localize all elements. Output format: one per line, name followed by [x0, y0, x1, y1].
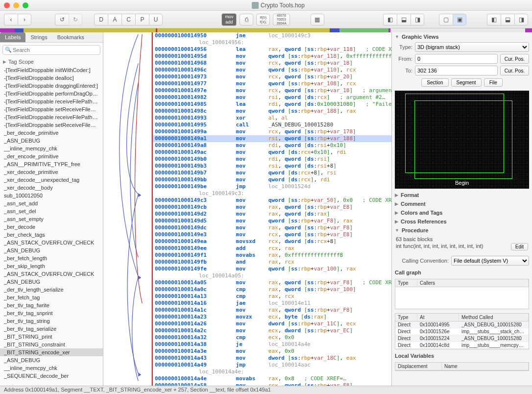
asm-line[interactable]: 0000000100014a4e movabs rax, 0x8 ; CODE … — [153, 375, 391, 382]
view-b-icon[interactable]: ▣ — [453, 14, 466, 25]
asm-line[interactable]: 0000000100014a2c mov ecx, dword [ss:rbp+… — [153, 327, 391, 334]
symbol-row[interactable]: _ASN__PRIMITIVE_TYPE_free — [0, 160, 103, 168]
symbol-row[interactable]: _ASN_DEBUG — [0, 278, 103, 286]
from-curpos-button[interactable]: Cur. Pos. — [500, 54, 529, 64]
symbol-row[interactable]: -[TextFieldDroppable receiveFilePathOb… — [0, 113, 103, 121]
asm-line[interactable]: 00000001000149bb mov qword [ds:rcx], rdi — [153, 176, 391, 183]
symbol-row[interactable]: _ASN_DEBUG — [0, 356, 103, 364]
asm-line[interactable]: 0000000100014995 call _ASN_DEBUG_1000152… — [153, 122, 391, 128]
layout-2-icon[interactable]: ⬓ — [501, 14, 514, 25]
symbol-row[interactable]: _ASN_STACK_OVERFLOW_CHECK — [0, 270, 103, 278]
symbol-row[interactable]: _SEQUENCE_decode_ber — [0, 372, 103, 380]
asm-line[interactable]: 00000001000149cb mov rax, qword [ss:rbp+… — [153, 204, 391, 211]
asm-line[interactable]: 000000010001499a mov rcx, qword [ss:rbp+… — [153, 128, 391, 135]
cc-select[interactable]: File default (System V) — [451, 256, 529, 266]
asm-line[interactable]: 00000001000149c3 mov qword [ss:rbp+var_5… — [153, 197, 391, 204]
tab-bookmarks[interactable]: Bookmarks — [52, 32, 89, 42]
symbol-list[interactable]: -[TextFieldDroppable initWithCoder:]-[Te… — [0, 66, 103, 386]
asm-line[interactable]: 00000001000149d5 mov qword [ss:rbp+var_F… — [153, 218, 391, 224]
asm-line[interactable]: 000000010001495d mov qword [ss:rbp+var_1… — [153, 53, 391, 60]
print-icon[interactable]: ⎙ — [240, 14, 253, 25]
forward-button[interactable]: › — [18, 14, 31, 25]
symbol-row[interactable]: _ber_decode — [0, 223, 103, 231]
asm-line[interactable]: loc_100014a4e: — [153, 369, 391, 375]
symbol-row[interactable]: _ber_tlv_tag_fwrite — [0, 301, 103, 309]
mode-P-button[interactable]: P — [135, 14, 149, 25]
panel-left-icon[interactable]: ◧ — [383, 14, 397, 25]
symbol-row[interactable]: _ber_check_tags — [0, 231, 103, 239]
symbol-row[interactable]: _der_tlv_length_serialize — [0, 286, 103, 294]
symbol-row[interactable]: _ber_fetch_tag — [0, 294, 103, 301]
asm-line[interactable]: 000000010001496c mov qword [ss:rbp+var_1… — [153, 67, 391, 74]
symbol-row[interactable]: _ber_skip_length — [0, 262, 103, 270]
mov-add-button[interactable]: movadd — [221, 13, 237, 26]
symbol-row[interactable]: -[TextFieldDroppable setReceiveFilePat… — [0, 121, 103, 129]
asm-line[interactable]: 00000001000149f1 movabs rax, 0xfffffffff… — [153, 252, 391, 259]
symbol-row[interactable]: _ber_tlv_tag_string — [0, 317, 103, 325]
symbol-row[interactable]: _asn_set_del — [0, 207, 103, 215]
layout-1-icon[interactable]: ◧ — [487, 14, 501, 25]
back-button[interactable]: ‹ — [4, 14, 18, 25]
mode-U-button[interactable]: U — [149, 14, 163, 25]
symbol-row[interactable]: _BIT_STRING_print — [0, 333, 103, 341]
symbol-row[interactable]: _asn_set_add — [0, 199, 103, 207]
panel-comment[interactable]: ▶Comment — [392, 199, 532, 208]
asm-line[interactable]: 0000000100014a38 je loc_100014a4e — [153, 341, 391, 348]
panel-format[interactable]: ▶Format — [392, 191, 532, 199]
asm-line[interactable]: 0000000100014a58 mov rcx, qword [ss:rbp+… — [153, 382, 391, 386]
symbol-row[interactable]: _der_encode_primitive — [0, 152, 103, 160]
table-row[interactable]: Direct0x100014c8dimp___stubs____memcpy_c… — [395, 342, 529, 349]
section-button[interactable]: Section — [421, 78, 448, 87]
symbol-row[interactable]: __inline_memcpy_chk — [0, 145, 103, 152]
asm-line[interactable]: 00000001000149a1 mov rsi, qword [ss:rbp+… — [153, 135, 391, 142]
bigram-visualization[interactable]: Begin — [395, 91, 529, 189]
layout-3-icon[interactable]: ◨ — [514, 14, 528, 25]
symbol-row[interactable]: _ASN_STACK_OVERFLOW_CHECK — [0, 239, 103, 246]
edit-button[interactable]: Edit — [511, 243, 528, 250]
redo-button[interactable]: ↻ — [69, 14, 82, 25]
symbol-row[interactable]: -[TextFieldDroppable setReceiveFilePat… — [0, 105, 103, 113]
to-curpos-button[interactable]: Cur. Pos. — [500, 66, 529, 75]
panel-cross-references[interactable]: ▶Cross References — [392, 217, 532, 226]
symbol-row[interactable]: _ASN_DEBUG — [0, 246, 103, 254]
asm-line[interactable]: 0000000100014985 lea rdi, qword [ds:0x10… — [153, 101, 391, 108]
procedure-header[interactable]: ▼Procedure — [392, 226, 532, 235]
symbol-row[interactable]: -[TextFieldDroppable draggingEntered:] — [0, 82, 103, 90]
asm-line[interactable]: loc_100014956: — [153, 39, 391, 46]
graphic-views-header[interactable]: ▼Graphic Views — [392, 32, 532, 41]
symbol-row[interactable]: _asn_set_empty — [0, 215, 103, 223]
asm-line[interactable]: 00000001000149dc mov rax, qword [ss:rbp+… — [153, 224, 391, 231]
asm-line[interactable]: 00000001000149fb and rax, rcx — [153, 259, 391, 266]
close-icon[interactable] — [4, 2, 10, 8]
asm-line[interactable]: 00000001000149d2 mov rax, qword [ds:rax] — [153, 211, 391, 218]
symbol-row[interactable]: -[TextFieldDroppable performDragOper… — [0, 90, 103, 98]
asm-line[interactable]: 000000010001498c mov qword [ss:rbp+var_1… — [153, 108, 391, 115]
search-input[interactable] — [2, 45, 100, 55]
asm-line[interactable]: 0000000100014a1c mov rax, qword [ss:rbp+… — [153, 307, 391, 314]
asm-line[interactable]: 0000000100014a16 jae loc_100014e11 — [153, 300, 391, 307]
file-button[interactable]: File — [484, 78, 503, 87]
hex-icon[interactable]: 48678700532804A — [273, 14, 290, 25]
table-row[interactable]: Direct0x10001526eimp___stubs____stack_ch… — [395, 328, 529, 335]
asm-line[interactable]: 0000000100014993 xor al, al — [153, 115, 391, 122]
asm-line[interactable]: 0000000100014a3e mov eax, 0x0 — [153, 348, 391, 355]
asm-line[interactable]: 00000001000149a8 mov rdi, qword [ds:rsi+… — [153, 142, 391, 149]
mode-D-button[interactable]: D — [94, 14, 108, 25]
asm-line[interactable]: 00000001000149b0 mov rdi, qword [ds:rsi] — [153, 156, 391, 163]
zoom-icon[interactable] — [23, 2, 28, 8]
segment-strip[interactable] — [0, 28, 532, 32]
tag-scope-section[interactable]: ▶Tag Scope — [0, 57, 103, 66]
symbol-row[interactable]: _xer_decode__body — [0, 184, 103, 192]
asm-line[interactable]: 0000000100014a05 mov rax, qword [ss:rbp+… — [153, 279, 391, 286]
tab-strings[interactable]: Strings — [25, 32, 52, 42]
asm-line[interactable]: 00000001000149b3 mov rsi, qword [ds:rsi+… — [153, 163, 391, 170]
asm-line[interactable]: 0000000100014977 mov qword [ss:rbp+var_1… — [153, 80, 391, 87]
asm-line[interactable]: 0000000100014a43 mov dword [ss:rbp+var_1… — [153, 355, 391, 362]
panel-colors-and-tags[interactable]: ▶Colors and Tags — [392, 208, 532, 217]
table-row[interactable]: Direct0x100014995_ASN_DEBUG_100015280 — [395, 321, 529, 328]
panel-bottom-icon[interactable]: ⬓ — [397, 14, 411, 25]
asm-line[interactable]: 0000000100014a13 cmp rax, rcx — [153, 293, 391, 300]
symbol-row[interactable]: _xer_decode_primitive — [0, 168, 103, 176]
minimize-icon[interactable] — [13, 2, 19, 8]
symbol-row[interactable]: _BIT_STRING_encode_xer — [0, 348, 103, 356]
